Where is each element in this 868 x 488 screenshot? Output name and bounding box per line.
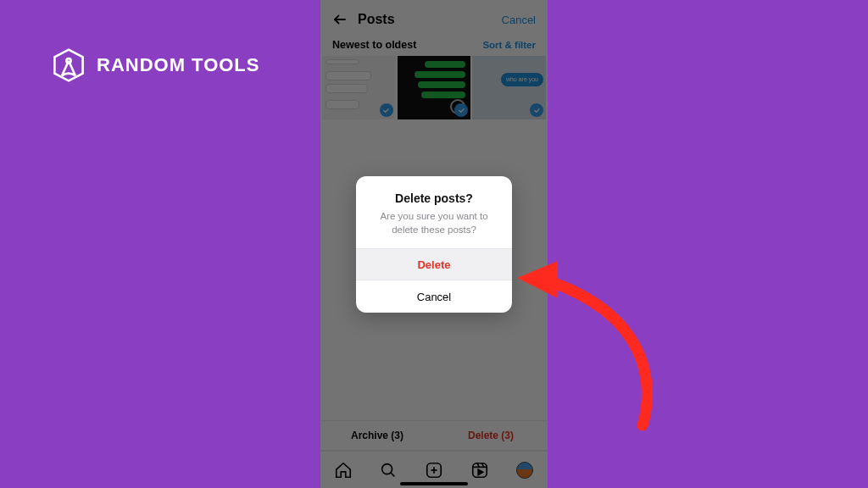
delete-confirm-dialog: Delete posts? Are you sure you want to d… — [356, 176, 512, 313]
svg-marker-0 — [54, 50, 82, 81]
phone-frame: Posts Cancel Newest to oldest Sort & fil… — [320, 0, 548, 488]
dialog-delete-button[interactable]: Delete — [356, 248, 512, 280]
brand-watermark: RANDOM TOOLS — [51, 47, 259, 83]
dialog-title: Delete posts? — [366, 191, 502, 205]
brand-hex-icon — [51, 47, 86, 83]
dialog-message: Are you sure you want to delete these po… — [366, 210, 502, 236]
dialog-cancel-button[interactable]: Cancel — [356, 280, 512, 313]
brand-text: RANDOM TOOLS — [97, 54, 259, 76]
